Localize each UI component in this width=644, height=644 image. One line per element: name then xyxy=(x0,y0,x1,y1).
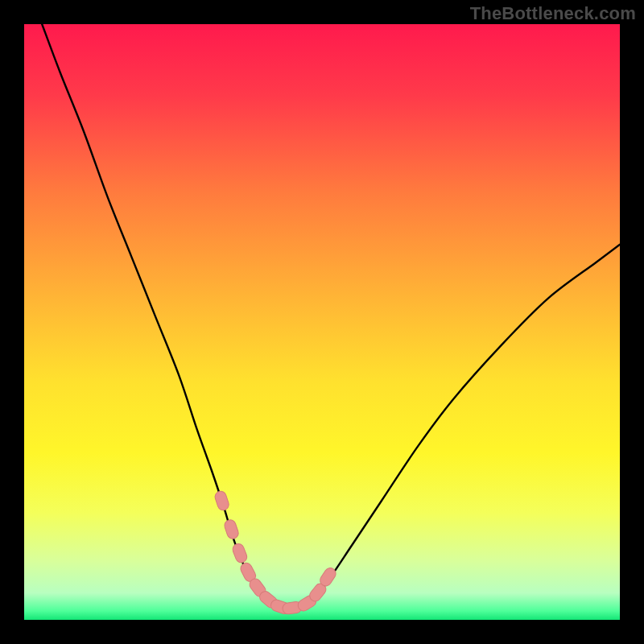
chart-frame: TheBottleneck.com xyxy=(0,0,644,644)
plot-area xyxy=(24,24,620,620)
watermark-text: TheBottleneck.com xyxy=(470,3,636,24)
gradient-background xyxy=(24,24,620,620)
bottleneck-chart xyxy=(24,24,620,620)
